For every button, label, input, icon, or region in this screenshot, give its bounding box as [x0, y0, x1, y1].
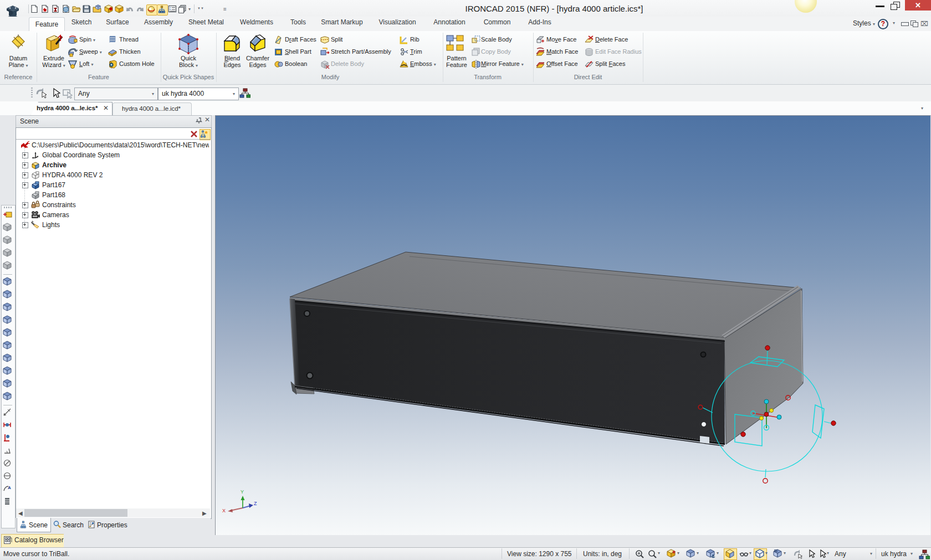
svg-text:Y: Y: [241, 489, 244, 495]
svg-text:Z: Z: [254, 501, 257, 506]
svg-text:X: X: [222, 508, 226, 513]
svg-text:A: A: [8, 485, 11, 490]
